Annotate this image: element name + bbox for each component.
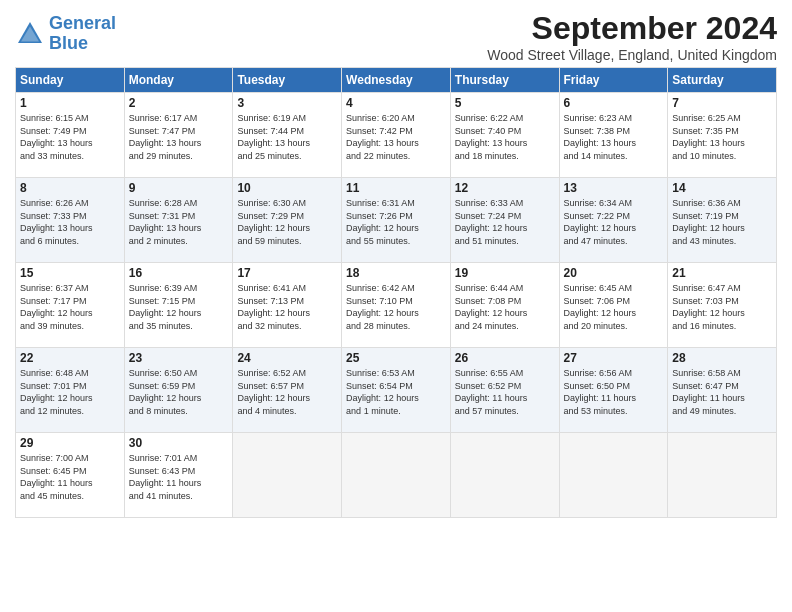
day-number: 22: [20, 351, 120, 365]
day-number: 6: [564, 96, 664, 110]
calendar-cell: 25Sunrise: 6:53 AM Sunset: 6:54 PM Dayli…: [342, 348, 451, 433]
calendar-cell: 12Sunrise: 6:33 AM Sunset: 7:24 PM Dayli…: [450, 178, 559, 263]
day-number: 7: [672, 96, 772, 110]
day-number: 15: [20, 266, 120, 280]
weekday-header-cell: Friday: [559, 68, 668, 93]
calendar-cell: 10Sunrise: 6:30 AM Sunset: 7:29 PM Dayli…: [233, 178, 342, 263]
calendar-cell: [450, 433, 559, 518]
calendar-cell: 20Sunrise: 6:45 AM Sunset: 7:06 PM Dayli…: [559, 263, 668, 348]
day-number: 5: [455, 96, 555, 110]
calendar-cell: 6Sunrise: 6:23 AM Sunset: 7:38 PM Daylig…: [559, 93, 668, 178]
cell-daylight-info: Sunrise: 6:23 AM Sunset: 7:38 PM Dayligh…: [564, 112, 664, 162]
day-number: 8: [20, 181, 120, 195]
day-number: 19: [455, 266, 555, 280]
calendar-cell: 17Sunrise: 6:41 AM Sunset: 7:13 PM Dayli…: [233, 263, 342, 348]
cell-daylight-info: Sunrise: 6:39 AM Sunset: 7:15 PM Dayligh…: [129, 282, 229, 332]
logo-icon: [15, 19, 45, 49]
header: General Blue September 2024 Wood Street …: [15, 10, 777, 63]
calendar-cell: 9Sunrise: 6:28 AM Sunset: 7:31 PM Daylig…: [124, 178, 233, 263]
cell-daylight-info: Sunrise: 6:19 AM Sunset: 7:44 PM Dayligh…: [237, 112, 337, 162]
cell-daylight-info: Sunrise: 6:20 AM Sunset: 7:42 PM Dayligh…: [346, 112, 446, 162]
day-number: 16: [129, 266, 229, 280]
cell-daylight-info: Sunrise: 6:41 AM Sunset: 7:13 PM Dayligh…: [237, 282, 337, 332]
day-number: 10: [237, 181, 337, 195]
cell-daylight-info: Sunrise: 6:22 AM Sunset: 7:40 PM Dayligh…: [455, 112, 555, 162]
calendar-cell: [559, 433, 668, 518]
calendar-cell: 24Sunrise: 6:52 AM Sunset: 6:57 PM Dayli…: [233, 348, 342, 433]
day-number: 30: [129, 436, 229, 450]
cell-daylight-info: Sunrise: 6:44 AM Sunset: 7:08 PM Dayligh…: [455, 282, 555, 332]
cell-daylight-info: Sunrise: 6:53 AM Sunset: 6:54 PM Dayligh…: [346, 367, 446, 417]
day-number: 9: [129, 181, 229, 195]
month-year-title: September 2024: [487, 10, 777, 47]
calendar-cell: 18Sunrise: 6:42 AM Sunset: 7:10 PM Dayli…: [342, 263, 451, 348]
calendar-table: SundayMondayTuesdayWednesdayThursdayFrid…: [15, 67, 777, 518]
day-number: 1: [20, 96, 120, 110]
calendar-body: 1Sunrise: 6:15 AM Sunset: 7:49 PM Daylig…: [16, 93, 777, 518]
cell-daylight-info: Sunrise: 6:50 AM Sunset: 6:59 PM Dayligh…: [129, 367, 229, 417]
cell-daylight-info: Sunrise: 6:28 AM Sunset: 7:31 PM Dayligh…: [129, 197, 229, 247]
cell-daylight-info: Sunrise: 6:45 AM Sunset: 7:06 PM Dayligh…: [564, 282, 664, 332]
calendar-cell: 13Sunrise: 6:34 AM Sunset: 7:22 PM Dayli…: [559, 178, 668, 263]
title-block: September 2024 Wood Street Village, Engl…: [487, 10, 777, 63]
cell-daylight-info: Sunrise: 6:42 AM Sunset: 7:10 PM Dayligh…: [346, 282, 446, 332]
cell-daylight-info: Sunrise: 7:00 AM Sunset: 6:45 PM Dayligh…: [20, 452, 120, 502]
cell-daylight-info: Sunrise: 6:36 AM Sunset: 7:19 PM Dayligh…: [672, 197, 772, 247]
logo-text: General Blue: [49, 14, 116, 54]
calendar-cell: 16Sunrise: 6:39 AM Sunset: 7:15 PM Dayli…: [124, 263, 233, 348]
calendar-cell: 3Sunrise: 6:19 AM Sunset: 7:44 PM Daylig…: [233, 93, 342, 178]
calendar-week-row: 15Sunrise: 6:37 AM Sunset: 7:17 PM Dayli…: [16, 263, 777, 348]
calendar-cell: 14Sunrise: 6:36 AM Sunset: 7:19 PM Dayli…: [668, 178, 777, 263]
day-number: 24: [237, 351, 337, 365]
main-container: General Blue September 2024 Wood Street …: [0, 0, 792, 528]
calendar-cell: 7Sunrise: 6:25 AM Sunset: 7:35 PM Daylig…: [668, 93, 777, 178]
calendar-cell: 11Sunrise: 6:31 AM Sunset: 7:26 PM Dayli…: [342, 178, 451, 263]
day-number: 25: [346, 351, 446, 365]
cell-daylight-info: Sunrise: 6:52 AM Sunset: 6:57 PM Dayligh…: [237, 367, 337, 417]
cell-daylight-info: Sunrise: 6:15 AM Sunset: 7:49 PM Dayligh…: [20, 112, 120, 162]
calendar-cell: 30Sunrise: 7:01 AM Sunset: 6:43 PM Dayli…: [124, 433, 233, 518]
calendar-cell: 5Sunrise: 6:22 AM Sunset: 7:40 PM Daylig…: [450, 93, 559, 178]
calendar-cell: 23Sunrise: 6:50 AM Sunset: 6:59 PM Dayli…: [124, 348, 233, 433]
cell-daylight-info: Sunrise: 6:31 AM Sunset: 7:26 PM Dayligh…: [346, 197, 446, 247]
calendar-cell: [668, 433, 777, 518]
day-number: 28: [672, 351, 772, 365]
calendar-cell: [233, 433, 342, 518]
day-number: 4: [346, 96, 446, 110]
cell-daylight-info: Sunrise: 6:30 AM Sunset: 7:29 PM Dayligh…: [237, 197, 337, 247]
day-number: 14: [672, 181, 772, 195]
cell-daylight-info: Sunrise: 6:17 AM Sunset: 7:47 PM Dayligh…: [129, 112, 229, 162]
day-number: 11: [346, 181, 446, 195]
calendar-week-row: 8Sunrise: 6:26 AM Sunset: 7:33 PM Daylig…: [16, 178, 777, 263]
cell-daylight-info: Sunrise: 6:55 AM Sunset: 6:52 PM Dayligh…: [455, 367, 555, 417]
day-number: 17: [237, 266, 337, 280]
cell-daylight-info: Sunrise: 6:58 AM Sunset: 6:47 PM Dayligh…: [672, 367, 772, 417]
day-number: 13: [564, 181, 664, 195]
calendar-cell: 29Sunrise: 7:00 AM Sunset: 6:45 PM Dayli…: [16, 433, 125, 518]
day-number: 20: [564, 266, 664, 280]
calendar-week-row: 22Sunrise: 6:48 AM Sunset: 7:01 PM Dayli…: [16, 348, 777, 433]
calendar-week-row: 29Sunrise: 7:00 AM Sunset: 6:45 PM Dayli…: [16, 433, 777, 518]
calendar-cell: 26Sunrise: 6:55 AM Sunset: 6:52 PM Dayli…: [450, 348, 559, 433]
calendar-cell: 2Sunrise: 6:17 AM Sunset: 7:47 PM Daylig…: [124, 93, 233, 178]
calendar-cell: 15Sunrise: 6:37 AM Sunset: 7:17 PM Dayli…: [16, 263, 125, 348]
day-number: 23: [129, 351, 229, 365]
calendar-cell: 1Sunrise: 6:15 AM Sunset: 7:49 PM Daylig…: [16, 93, 125, 178]
day-number: 21: [672, 266, 772, 280]
cell-daylight-info: Sunrise: 6:48 AM Sunset: 7:01 PM Dayligh…: [20, 367, 120, 417]
calendar-cell: 27Sunrise: 6:56 AM Sunset: 6:50 PM Dayli…: [559, 348, 668, 433]
day-number: 2: [129, 96, 229, 110]
calendar-week-row: 1Sunrise: 6:15 AM Sunset: 7:49 PM Daylig…: [16, 93, 777, 178]
day-number: 18: [346, 266, 446, 280]
cell-daylight-info: Sunrise: 6:25 AM Sunset: 7:35 PM Dayligh…: [672, 112, 772, 162]
weekday-header-cell: Monday: [124, 68, 233, 93]
cell-daylight-info: Sunrise: 6:26 AM Sunset: 7:33 PM Dayligh…: [20, 197, 120, 247]
weekday-header-cell: Tuesday: [233, 68, 342, 93]
calendar-cell: 8Sunrise: 6:26 AM Sunset: 7:33 PM Daylig…: [16, 178, 125, 263]
calendar-header-row: SundayMondayTuesdayWednesdayThursdayFrid…: [16, 68, 777, 93]
cell-daylight-info: Sunrise: 7:01 AM Sunset: 6:43 PM Dayligh…: [129, 452, 229, 502]
calendar-cell: 21Sunrise: 6:47 AM Sunset: 7:03 PM Dayli…: [668, 263, 777, 348]
calendar-cell: 19Sunrise: 6:44 AM Sunset: 7:08 PM Dayli…: [450, 263, 559, 348]
cell-daylight-info: Sunrise: 6:37 AM Sunset: 7:17 PM Dayligh…: [20, 282, 120, 332]
cell-daylight-info: Sunrise: 6:47 AM Sunset: 7:03 PM Dayligh…: [672, 282, 772, 332]
